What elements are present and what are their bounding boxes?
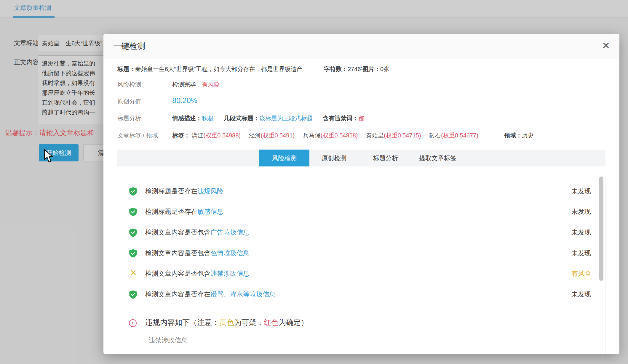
shield-check-icon bbox=[129, 249, 137, 258]
image-count-value: 0张 bbox=[380, 66, 389, 72]
mouse-cursor bbox=[43, 149, 53, 163]
check-text: 检测文章内容是否包含广告垃圾信息 bbox=[145, 228, 250, 237]
check-link[interactable]: 敏感信息 bbox=[197, 208, 223, 215]
check-row: 检测标题是否存在敏感信息 未发现 bbox=[118, 207, 605, 217]
sentiment-label: 情感描述： bbox=[172, 115, 202, 121]
char-count: 字符数：2746字 bbox=[324, 65, 367, 73]
domain-row: 领域：历史 bbox=[504, 132, 534, 139]
tags-domain-label: 文章标签 / 领域 bbox=[117, 132, 158, 139]
segment-value: 该标题为三段式标题 bbox=[259, 115, 313, 121]
tags-row: 标签： 漓江(权重0.54988) 泾河(权重0.5491) 兵马俑(权重0.5… bbox=[172, 132, 478, 139]
risk-flag-text: 有风险 bbox=[202, 81, 220, 88]
shield-check-icon bbox=[129, 187, 137, 196]
tab-extract-tags[interactable]: 提取文章标签 bbox=[419, 150, 456, 166]
check-text: 检测标题是否存在违规风险 bbox=[145, 187, 223, 196]
sentiment-value: 积极 bbox=[202, 115, 214, 121]
scrollbar-thumb[interactable] bbox=[599, 177, 603, 281]
banned-words-value: 都 bbox=[358, 115, 364, 121]
check-row: 检测文章内容是否存在谩骂、灌水等垃圾信息 未发现 bbox=[118, 289, 605, 300]
check-status: 未发现 bbox=[571, 228, 591, 237]
tag-item: 兵马俑(权重0.54858) bbox=[303, 132, 358, 139]
close-icon[interactable]: ✕ bbox=[602, 40, 610, 51]
risk-check-panel: 检测标题是否存在违规风险 未发现 检测标题是否存在敏感信息 未发现 检测文章内容… bbox=[118, 176, 605, 354]
check-status: 未发现 bbox=[571, 187, 591, 196]
one-click-detect-modal: 一键检测 ✕ 标题：秦始皇一生6大“世界级”工程，如今大部分存在，都是世界级遗产… bbox=[103, 34, 619, 354]
check-row: 检测标题是否存在违规风险 未发现 bbox=[118, 186, 605, 197]
check-link[interactable]: 色情垃圾信息 bbox=[210, 249, 250, 257]
image-count-label: 图片： bbox=[362, 66, 380, 72]
char-count-label: 字符数： bbox=[324, 66, 348, 72]
modal-title: 一键检测 bbox=[113, 41, 145, 52]
tag-item: 砖石(权重0.54677) bbox=[429, 132, 478, 139]
original-score-value: 80.20% bbox=[172, 96, 197, 105]
risk-done-text: 检测完毕， bbox=[172, 81, 202, 88]
tab-title-analysis[interactable]: 标题分析 bbox=[373, 150, 398, 166]
check-row: 检测文章内容是否包含色情垃圾信息 未发现 bbox=[118, 248, 605, 259]
original-score-label: 原创分值 bbox=[117, 97, 141, 105]
scrollbar-track bbox=[599, 177, 603, 354]
risk-check-label: 风险检测 bbox=[117, 81, 141, 89]
shield-check-icon bbox=[129, 207, 137, 216]
domain-value: 历史 bbox=[522, 132, 534, 139]
tag-item: 泾河(权重0.5491) bbox=[249, 132, 295, 139]
tab-original-detect[interactable]: 原创检测 bbox=[322, 150, 346, 166]
summary-title-row: 标题：秦始皇一生6大“世界级”工程，如今大部分存在，都是世界级遗产 bbox=[117, 65, 302, 73]
check-row: ✕ 检测文章内容是否包含违禁涉政信息 有风险 bbox=[118, 269, 605, 279]
summary-title-value: 秦始皇一生6大“世界级”工程，如今大部分存在，都是世界级遗产 bbox=[135, 66, 302, 72]
shield-check-icon bbox=[129, 228, 137, 237]
check-link[interactable]: 广告垃圾信息 bbox=[210, 229, 250, 236]
risk-check-value: 检测完毕，有风险 bbox=[172, 81, 220, 89]
shield-check-icon bbox=[129, 290, 137, 299]
tag-item: 漓江(权重0.54988) bbox=[192, 132, 241, 139]
check-link[interactable]: 违规风险 bbox=[197, 187, 223, 195]
segment-label: 几段式标题： bbox=[224, 115, 259, 121]
app-root: 文章质量检测 文章标题 秦始皇一生6大“世界级”工 正文内容 追溯往昔，秦始皇的… bbox=[0, 0, 628, 364]
check-status: 未发现 bbox=[571, 290, 591, 299]
tags-prefix-label: 标签： bbox=[172, 132, 190, 139]
domain-label: 领域： bbox=[504, 132, 522, 139]
violation-heading: 违规内容如下（注意：黄色为可疑，红色为确定） bbox=[145, 318, 308, 327]
result-tabstrip: 风险检测 原创检测 标题分析 提取文章标签 bbox=[117, 150, 605, 166]
violation-item: 违禁涉政信息 bbox=[148, 336, 188, 345]
check-status: 未发现 bbox=[571, 249, 591, 258]
check-row: 检测文章内容是否包含广告垃圾信息 未发现 bbox=[118, 227, 605, 238]
check-text: 检测文章内容是否包含色情垃圾信息 bbox=[145, 249, 250, 258]
cross-icon: ✕ bbox=[129, 269, 138, 278]
check-text: 检测文章内容是否存在谩骂、灌水等垃圾信息 bbox=[145, 290, 276, 299]
tab-risk-detect[interactable]: 风险检测 bbox=[259, 150, 309, 166]
title-analysis-label: 标题分析 bbox=[117, 114, 141, 122]
title-analysis-row: 情感描述：积极几段式标题：该标题为三段式标题含有违禁词：都 bbox=[172, 114, 364, 122]
check-link[interactable]: 违禁涉政信息 bbox=[210, 270, 250, 277]
warning-circle-icon: ! bbox=[129, 319, 137, 327]
check-status: 未发现 bbox=[571, 207, 591, 216]
check-text: 检测文章内容是否包含违禁涉政信息 bbox=[145, 269, 250, 278]
modal-header bbox=[103, 34, 619, 59]
check-status: 有风险 bbox=[571, 269, 591, 278]
tag-item: 秦始皇(权重0.54715) bbox=[366, 132, 421, 139]
check-text: 检测标题是否存在敏感信息 bbox=[145, 207, 223, 216]
check-link[interactable]: 谩骂、灌水等垃圾信息 bbox=[210, 291, 276, 298]
banned-words-label: 含有违禁词： bbox=[323, 115, 358, 121]
summary-title-label: 标题： bbox=[117, 66, 135, 72]
image-count: 图片：0张 bbox=[362, 65, 389, 73]
